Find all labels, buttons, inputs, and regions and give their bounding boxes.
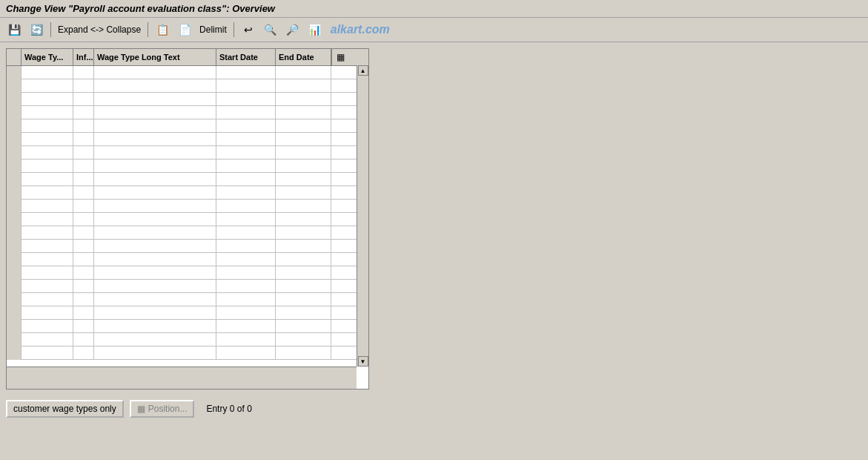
customer-wage-types-button[interactable]: customer wage types only [6,400,124,418]
tool-btn-3[interactable]: 🔎 [283,21,302,39]
table-row[interactable] [7,119,368,133]
table-cell [21,280,73,293]
table-cell [73,346,94,360]
table-cell [21,226,73,240]
header-icon-cell[interactable]: ▦ [331,49,349,65]
table-cell [94,320,216,333]
row-select-cell[interactable] [7,200,21,213]
row-select-cell[interactable] [7,226,21,240]
table-cell [216,266,276,280]
row-select-cell[interactable] [7,306,21,320]
table-row[interactable] [7,346,368,360]
main-area: Wage Ty... Inf... Wage Type Long Text St… [0,42,868,443]
table-row[interactable] [7,280,368,293]
row-select-cell[interactable] [7,106,21,119]
table-row[interactable] [7,173,368,186]
row-select-cell[interactable] [7,266,21,280]
table-row[interactable] [7,93,368,106]
horizontal-scrollbar[interactable] [7,367,357,389]
table-cell [21,253,73,266]
table-cell [21,186,73,200]
table-row[interactable] [7,240,368,253]
table-cell [21,173,73,186]
row-select-cell[interactable] [7,320,21,333]
row-select-cell[interactable] [7,146,21,160]
table-cell [276,320,331,333]
tool-btn-4[interactable]: 📊 [305,21,325,39]
table-row[interactable] [7,79,368,93]
table-row[interactable] [7,146,368,160]
table-row[interactable] [7,160,368,173]
refresh-button[interactable]: 🔄 [27,21,46,39]
row-select-cell[interactable] [7,133,21,146]
table-header: Wage Ty... Inf... Wage Type Long Text St… [7,49,368,66]
table-row[interactable] [7,266,368,280]
table-row[interactable] [7,333,368,346]
expand-collapse-button[interactable]: Expand <-> Collapse [56,23,143,36]
row-select-cell[interactable] [7,119,21,133]
table-cell [216,320,276,333]
separator-3 [233,22,234,37]
delimit-button[interactable]: Delimit [197,23,229,36]
title-bar: Change View "Payroll account evaluation … [0,0,868,18]
table-cell [216,119,276,133]
expand-collapse-label: Expand <-> Collapse [58,24,141,35]
tool-btn-2[interactable]: 🔍 [261,21,280,39]
row-select-cell[interactable] [7,293,21,306]
table-cell [276,306,331,320]
copy-button[interactable]: 📋 [153,21,172,39]
row-select-cell[interactable] [7,160,21,173]
table-cell [276,133,331,146]
table-row[interactable] [7,213,368,226]
row-select-cell[interactable] [7,280,21,293]
table-cell [276,293,331,306]
scroll-up-button[interactable]: ▲ [358,65,368,76]
table-row[interactable] [7,133,368,146]
table-cell [94,146,216,160]
table-cell [94,253,216,266]
table-cell [216,160,276,173]
row-select-cell[interactable] [7,213,21,226]
col-header-wage-ty: Wage Ty... [21,49,73,65]
table-cell [73,66,94,79]
table-cell [276,253,331,266]
table-cell [276,79,331,93]
tool-btn-1[interactable]: ↩ [239,21,258,39]
title-text: Change View "Payroll account evaluation … [6,3,275,14]
table-row[interactable] [7,306,368,320]
entry-count: Entry 0 of 0 [206,404,251,414]
table-row[interactable] [7,226,368,240]
table-cell [216,173,276,186]
table-cell [276,213,331,226]
save-button[interactable]: 💾 [4,21,24,39]
table-cell [21,93,73,106]
row-select-cell[interactable] [7,66,21,79]
col-header-inf: Inf... [73,49,94,65]
scroll-down-button[interactable]: ▼ [358,356,368,367]
table-cell [94,160,216,173]
table-cell [73,280,94,293]
row-select-cell[interactable] [7,240,21,253]
row-select-cell[interactable] [7,346,21,360]
table-row[interactable] [7,253,368,266]
table-cell [73,226,94,240]
table-row[interactable] [7,66,368,79]
table-cell [94,213,216,226]
table-row[interactable] [7,293,368,306]
position-button[interactable]: ▦ Position... [130,400,195,418]
table-row[interactable] [7,200,368,213]
table-row[interactable] [7,320,368,333]
row-select-cell[interactable] [7,79,21,93]
row-select-cell[interactable] [7,186,21,200]
paste-button[interactable]: 📄 [175,21,194,39]
row-select-cell[interactable] [7,253,21,266]
table-row[interactable] [7,106,368,119]
table-cell [73,333,94,346]
table-cell [21,240,73,253]
row-select-cell[interactable] [7,333,21,346]
row-select-cell[interactable] [7,93,21,106]
row-select-cell[interactable] [7,173,21,186]
table-cell [216,346,276,360]
vertical-scrollbar[interactable]: ▲ ▼ [357,65,368,367]
table-row[interactable] [7,186,368,200]
